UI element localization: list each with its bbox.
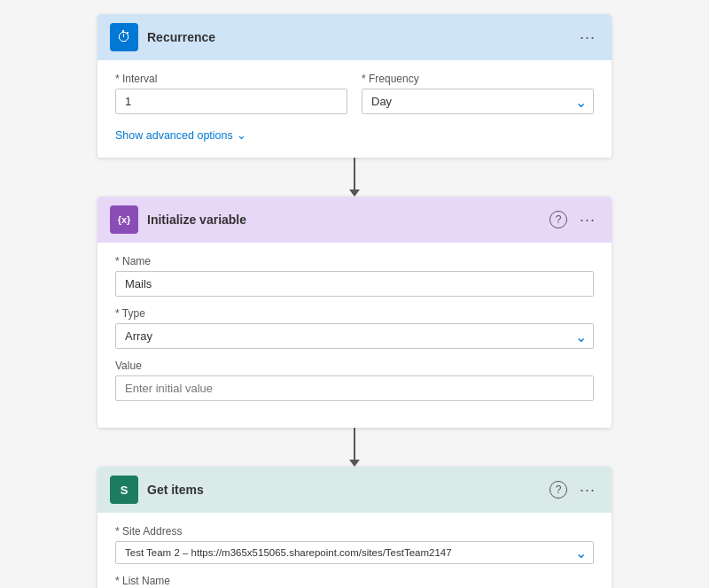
arrow-head-2 bbox=[349, 460, 360, 467]
frequency-select[interactable]: Day Minute Hour Week Month bbox=[362, 89, 594, 114]
var-value-group: Value bbox=[115, 360, 594, 401]
get-items-body: * Site Address Test Team 2 – https://m36… bbox=[97, 513, 612, 588]
recurrence-header: ⏱ Recurrence ··· bbox=[97, 14, 612, 60]
get-items-card: S Get items ? ··· * Site Address Test Te… bbox=[97, 467, 612, 588]
get-items-more-button[interactable]: ··· bbox=[576, 479, 599, 501]
interval-input[interactable] bbox=[115, 89, 347, 114]
arrow-connector-1 bbox=[349, 158, 360, 197]
init-var-title: Initialize variable bbox=[147, 213, 246, 227]
recurrence-card: ⏱ Recurrence ··· * Interval * Frequency … bbox=[97, 14, 612, 158]
recurrence-show-advanced-button[interactable]: Show advanced options ⌄ bbox=[115, 127, 246, 143]
site-address-group: * Site Address Test Team 2 – https://m36… bbox=[115, 525, 594, 564]
init-var-more-button[interactable]: ··· bbox=[576, 209, 599, 231]
site-address-select[interactable]: Test Team 2 – https://m365x515065.sharep… bbox=[115, 541, 594, 564]
site-address-select-wrapper: Test Team 2 – https://m365x515065.sharep… bbox=[115, 541, 594, 564]
recurrence-form-row: * Interval * Frequency Day Minute Hour W… bbox=[115, 73, 594, 114]
init-variable-card: {x} Initialize variable ? ··· * Name * T… bbox=[97, 197, 612, 428]
interval-group: * Interval bbox=[115, 73, 347, 114]
list-name-group: * List Name Demo Mail Notification ⌄ bbox=[115, 575, 594, 588]
var-value-label: Value bbox=[115, 360, 594, 372]
var-name-group: * Name bbox=[115, 255, 594, 297]
var-type-select[interactable]: Array Boolean Float Integer Object Strin… bbox=[115, 323, 594, 349]
page-container: ⏱ Recurrence ··· * Interval * Frequency … bbox=[0, 0, 709, 588]
recurrence-more-button[interactable]: ··· bbox=[576, 27, 599, 49]
get-items-header-left: S Get items bbox=[110, 476, 204, 504]
recurrence-header-left: ⏱ Recurrence bbox=[110, 23, 215, 51]
arrow-line-2 bbox=[354, 428, 355, 460]
var-type-group: * Type Array Boolean Float Integer Objec… bbox=[115, 307, 594, 349]
init-var-header-left: {x} Initialize variable bbox=[110, 205, 246, 234]
init-var-header: {x} Initialize variable ? ··· bbox=[97, 197, 612, 243]
frequency-group: * Frequency Day Minute Hour Week Month ⌄ bbox=[362, 73, 594, 114]
recurrence-show-advanced-chevron-icon: ⌄ bbox=[237, 128, 246, 142]
init-var-form: * Name * Type Array Boolean Float Intege… bbox=[115, 255, 594, 401]
recurrence-icon: ⏱ bbox=[110, 23, 138, 51]
var-type-label: * Type bbox=[115, 307, 594, 320]
init-var-body: * Name * Type Array Boolean Float Intege… bbox=[97, 243, 612, 428]
arrow-line-1 bbox=[354, 158, 355, 190]
recurrence-header-actions: ··· bbox=[576, 27, 599, 49]
get-items-help-button[interactable]: ? bbox=[549, 481, 567, 499]
frequency-label: * Frequency bbox=[362, 73, 594, 85]
interval-label: * Interval bbox=[115, 73, 347, 85]
site-address-label: * Site Address bbox=[115, 525, 594, 538]
get-items-header-actions: ? ··· bbox=[549, 479, 599, 501]
recurrence-body: * Interval * Frequency Day Minute Hour W… bbox=[97, 60, 612, 158]
recurrence-title: Recurrence bbox=[147, 30, 215, 44]
init-var-icon: {x} bbox=[110, 205, 138, 234]
var-name-input[interactable] bbox=[115, 271, 594, 297]
get-items-icon: S bbox=[110, 476, 138, 504]
recurrence-show-advanced-label: Show advanced options bbox=[115, 129, 233, 142]
var-name-label: * Name bbox=[115, 255, 594, 267]
get-items-form: * Site Address Test Team 2 – https://m36… bbox=[115, 525, 594, 588]
list-name-label: * List Name bbox=[115, 575, 594, 587]
init-var-header-actions: ? ··· bbox=[549, 209, 599, 231]
arrow-head-1 bbox=[349, 190, 360, 197]
var-value-input[interactable] bbox=[115, 375, 594, 401]
get-items-title: Get items bbox=[147, 483, 204, 497]
var-type-select-wrapper: Array Boolean Float Integer Object Strin… bbox=[115, 323, 594, 349]
init-var-help-button[interactable]: ? bbox=[549, 211, 567, 228]
arrow-connector-2 bbox=[349, 428, 360, 467]
get-items-header: S Get items ? ··· bbox=[97, 467, 612, 513]
frequency-select-wrapper: Day Minute Hour Week Month ⌄ bbox=[362, 89, 594, 114]
